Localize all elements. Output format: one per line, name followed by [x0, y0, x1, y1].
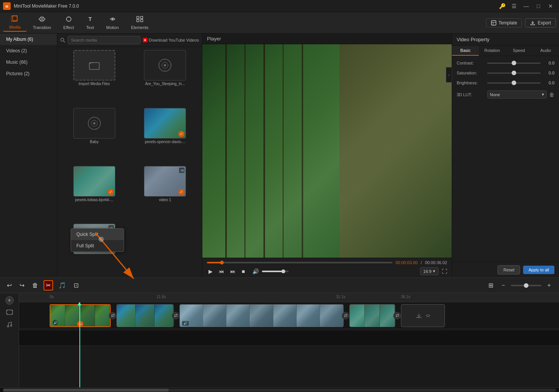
contrast-value: 0.0 — [543, 61, 554, 65]
tab-rotation[interactable]: Rotation — [479, 46, 506, 56]
reset-button[interactable]: Reset — [498, 265, 520, 274]
lut-delete-icon[interactable]: 🗑 — [549, 92, 554, 98]
toolbar-item-elements[interactable]: Elements — [125, 14, 155, 31]
player-area: Player 00:00:03.00 / — [202, 34, 452, 277]
contrast-slider[interactable] — [487, 63, 541, 64]
toolbar-item-media[interactable]: Media — [3, 14, 27, 32]
player-label: Player — [207, 36, 221, 42]
transition-1[interactable]: ⇄ — [109, 312, 116, 319]
zoom-in-button[interactable]: ＋ — [544, 280, 554, 290]
lut-label: 3D LUT: — [457, 92, 487, 97]
video-track-icon — [5, 308, 14, 317]
audio-button[interactable]: 🎵 — [56, 281, 68, 290]
media-item-image2[interactable]: ✓ pexels-tobias-bjorkli-... — [60, 166, 128, 221]
toolbar-item-text[interactable]: T Text — [80, 14, 100, 31]
timeline-clip-2[interactable] — [116, 304, 174, 327]
tab-audio[interactable]: Audio — [532, 46, 559, 56]
chevron-down-icon2: ▾ — [542, 92, 544, 97]
maximize-button[interactable]: □ — [533, 2, 544, 10]
toolbar-item-transition[interactable]: Transition — [27, 14, 57, 31]
sidebar-item-my-album[interactable]: My Album (6) — [0, 34, 57, 45]
delete-button[interactable]: 🗑 — [30, 281, 40, 290]
play-button[interactable]: ▶ — [207, 268, 214, 275]
lut-select[interactable]: None ▾ — [487, 90, 547, 98]
media-icon — [11, 15, 19, 24]
player-video — [202, 44, 452, 258]
transition-4[interactable]: ⇄ — [393, 312, 401, 319]
chevron-right-icon: › — [448, 73, 449, 77]
import-media-label: Import Media Files — [79, 82, 110, 86]
svg-rect-11 — [491, 21, 496, 25]
template-button[interactable]: Template — [486, 18, 522, 27]
panel-collapse-button[interactable]: › — [446, 67, 452, 82]
svg-text:T: T — [89, 16, 92, 22]
next-frame-button[interactable]: ⏭ — [229, 268, 237, 275]
clip3-audio-indicator: 🔊 — [182, 321, 189, 326]
timeline-clip-1[interactable]: 🔊 ✂ — [50, 304, 111, 327]
timeline-content: + 0s 11.6s 31.1s 36.1s — [0, 293, 559, 387]
elements-icon — [136, 16, 144, 24]
player-progress-bar[interactable] — [207, 262, 393, 263]
saturation-slider-wrap: 0.0 — [487, 71, 554, 75]
timeline-clip-3[interactable]: 🔊 — [179, 304, 344, 327]
redo-button[interactable]: ↪ — [17, 281, 27, 290]
player-time-separator: / — [421, 260, 422, 265]
clip3-frames — [180, 305, 343, 327]
download-youtube-button[interactable]: Download YouTube Videos — [143, 38, 199, 42]
fullscreen-button[interactable]: ⛶ — [442, 268, 447, 274]
add-track-button[interactable]: + — [5, 296, 14, 305]
crop-button[interactable]: ⊡ — [71, 281, 81, 290]
player-volume-handle[interactable] — [281, 269, 285, 273]
main-toolbar: Media Transition Effect T Text Motion El… — [0, 12, 559, 34]
prev-frame-button[interactable]: ⏮ — [217, 268, 226, 275]
toolbar-elements-label: Elements — [131, 25, 149, 30]
toolbar-item-effect[interactable]: Effect — [57, 14, 80, 31]
zoom-slider[interactable] — [511, 285, 541, 286]
tab-speed[interactable]: Speed — [506, 46, 532, 56]
saturation-value: 0.0 — [543, 71, 554, 75]
player-volume-bar[interactable] — [262, 271, 289, 272]
media-item-video1[interactable]: 📹 ✓ video 1 — [131, 166, 199, 221]
tab-basic[interactable]: Basic — [452, 46, 479, 56]
export-button[interactable]: Export — [525, 18, 556, 27]
close-button[interactable]: ✕ — [545, 2, 556, 10]
media-item-audio2[interactable]: Baby — [60, 108, 128, 163]
timeline-clip-4[interactable] — [349, 304, 395, 327]
menu-button[interactable]: ☰ — [509, 2, 519, 10]
stop-button[interactable]: ■ — [240, 268, 246, 275]
media-check-icon: ✓ — [178, 131, 184, 137]
media-item-image1[interactable]: ✓ pexels-spencer-davis-... — [131, 108, 199, 163]
toolbar-item-motion[interactable]: Motion — [100, 14, 125, 31]
player-aspect-ratio[interactable]: 16:9 ▾ — [420, 267, 439, 275]
chevron-down-icon: ▾ — [433, 269, 435, 274]
import-media-item[interactable]: Import Media Files — [60, 50, 128, 105]
player-progress-handle[interactable] — [220, 261, 224, 265]
saturation-slider[interactable] — [487, 73, 541, 74]
apply-all-button[interactable]: Apply to all — [523, 266, 554, 274]
music-disc-icon — [157, 58, 173, 73]
contrast-row: Contrast: 0.0 — [457, 61, 554, 65]
context-menu-full-split[interactable]: Full Split — [71, 240, 124, 252]
search-input[interactable] — [68, 36, 141, 44]
transition-3[interactable]: ⇄ — [342, 312, 349, 319]
player-current-time: 00:00:03.00 — [396, 260, 418, 265]
media-item-audio1[interactable]: Are_You_Sleeping_In... — [131, 50, 199, 105]
timeline-scrollbar[interactable] — [0, 387, 559, 392]
transition-2[interactable]: ⇄ — [172, 312, 179, 319]
timeline-clip-5[interactable] — [401, 304, 445, 327]
minimize-button[interactable]: — — [521, 2, 532, 10]
undo-button[interactable]: ↩ — [5, 281, 14, 290]
zoom-out-button[interactable]: － — [498, 280, 509, 290]
timeline-scrollbar-thumb[interactable] — [3, 389, 169, 392]
sidebar-item-videos[interactable]: Videos (2) — [0, 45, 57, 56]
motion-icon — [109, 16, 116, 24]
sidebar-item-music[interactable]: Music (66) — [0, 56, 57, 68]
context-menu-quick-split[interactable]: Quick Split — [71, 229, 124, 240]
sidebar-item-pictures[interactable]: Pictures (2) — [0, 68, 57, 79]
cut-button[interactable]: ✂ — [44, 280, 53, 290]
volume-icon[interactable]: 🔊 — [251, 268, 260, 275]
brightness-slider[interactable] — [487, 82, 541, 84]
svg-text:M: M — [5, 5, 8, 8]
timeline-layout-button[interactable]: ⊞ — [486, 281, 496, 290]
svg-rect-9 — [137, 19, 139, 22]
